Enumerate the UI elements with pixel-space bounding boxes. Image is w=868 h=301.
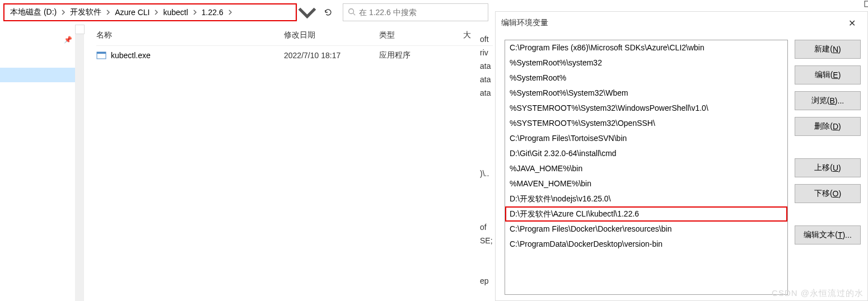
- watermark: CSDN @永恒流过的水: [772, 288, 864, 299]
- move-down-button[interactable]: 下移(O): [795, 184, 861, 203]
- col-header-type[interactable]: 类型: [379, 30, 463, 40]
- refresh-button[interactable]: [318, 3, 338, 21]
- col-header-date[interactable]: 修改日期: [284, 30, 379, 40]
- new-button[interactable]: 新建(N): [795, 40, 861, 59]
- delete-button[interactable]: 删除(D): [795, 117, 861, 136]
- chevron-right-icon[interactable]: [227, 10, 234, 15]
- env-var-list[interactable]: C:\Program Files (x86)\Microsoft SDKs\Az…: [505, 40, 788, 295]
- address-dropdown[interactable]: [297, 3, 317, 21]
- env-list-item[interactable]: C:\Program Files\TortoiseSVN\bin: [505, 131, 787, 146]
- env-list-item[interactable]: D:\Git\Git 2.32.0-64\install\cmd: [505, 146, 787, 161]
- exe-file-icon: [96, 50, 106, 60]
- col-header-name[interactable]: 名称: [96, 30, 284, 40]
- dialog-title: 编辑环境变量: [501, 18, 548, 28]
- dialog-title-bar[interactable]: 编辑环境变量 ✕: [496, 12, 867, 34]
- column-headers[interactable]: 名称 修改日期 类型 大: [96, 25, 493, 46]
- navigation-pane[interactable]: 📌: [0, 25, 84, 301]
- pin-icon: 📌: [64, 36, 72, 44]
- env-list-item[interactable]: C:\ProgramData\DockerDesktop\version-bin: [505, 237, 787, 252]
- edit-text-button[interactable]: 编辑文本(T)...: [795, 225, 861, 244]
- env-list-item[interactable]: C:\Program Files (x86)\Microsoft SDKs\Az…: [505, 40, 787, 55]
- edit-env-var-dialog: 编辑环境变量 ✕ C:\Program Files (x86)\Microsof…: [495, 11, 868, 301]
- breadcrumb-segment[interactable]: Azure CLI: [111, 6, 153, 19]
- edit-button[interactable]: 编辑(E): [795, 65, 861, 84]
- file-list-area: 名称 修改日期 类型 大 kubectl.exe 2022/7/10 18:17…: [84, 25, 493, 301]
- breadcrumb-segment[interactable]: 开发软件: [67, 5, 105, 20]
- move-up-button[interactable]: 上移(U): [795, 158, 861, 177]
- nav-scrollbar[interactable]: [75, 25, 83, 301]
- env-list-item[interactable]: %MAVEN_HOME%\bin: [505, 176, 787, 191]
- browse-button[interactable]: 浏览(B)...: [795, 91, 861, 110]
- file-name: kubectl.exe: [111, 51, 151, 60]
- file-date: 2022/7/10 18:17: [284, 51, 379, 60]
- search-box[interactable]: [343, 3, 488, 21]
- explorer-body: 📌 名称 修改日期 类型 大 kubectl.exe 2022/7/10 18:…: [0, 25, 493, 301]
- breadcrumb-segment[interactable]: 本地磁盘 (D:): [7, 5, 60, 20]
- env-list-item[interactable]: %JAVA_HOME%\bin: [505, 161, 787, 176]
- chevron-right-icon[interactable]: [153, 10, 160, 15]
- svg-point-0: [349, 8, 354, 13]
- env-list-item[interactable]: %SystemRoot%: [505, 70, 787, 86]
- background-text-fragment: oftrivataataata)\..ofSE;ep: [480, 32, 496, 288]
- env-list-item[interactable]: D:\开发软件\nodejs\v16.25.0\: [505, 191, 787, 206]
- breadcrumb-segment[interactable]: 1.22.6: [198, 6, 227, 19]
- search-input[interactable]: [359, 8, 488, 17]
- svg-rect-3: [97, 52, 106, 54]
- svg-rect-4: [865, 1, 868, 7]
- file-explorer: 本地磁盘 (D:)开发软件Azure CLIkubectl1.22.6 📌 名称…: [0, 0, 493, 301]
- file-row[interactable]: kubectl.exe 2022/7/10 18:17 应用程序: [96, 46, 493, 65]
- env-list-item[interactable]: D:\开发软件\Azure CLI\kubectl\1.22.6: [505, 206, 787, 222]
- env-list-item[interactable]: %SystemRoot%\System32\Wbem: [505, 86, 787, 101]
- chevron-right-icon[interactable]: [192, 10, 198, 15]
- selected-nav-item[interactable]: [0, 68, 76, 82]
- chevron-right-icon[interactable]: [105, 10, 111, 15]
- close-icon[interactable]: ✕: [842, 18, 862, 29]
- maximize-icon[interactable]: [864, 0, 868, 9]
- breadcrumb[interactable]: 本地磁盘 (D:)开发软件Azure CLIkubectl1.22.6: [3, 3, 297, 21]
- env-list-item[interactable]: C:\Program Files\Docker\Docker\resources…: [505, 222, 787, 237]
- env-list-item[interactable]: %SYSTEMROOT%\System32\OpenSSH\: [505, 116, 787, 131]
- env-list-item[interactable]: %SYSTEMROOT%\System32\WindowsPowerShell\…: [505, 101, 787, 116]
- breadcrumb-segment[interactable]: kubectl: [160, 6, 191, 19]
- chevron-right-icon[interactable]: [60, 10, 67, 15]
- svg-line-1: [353, 13, 356, 15]
- address-bar-area: 本地磁盘 (D:)开发软件Azure CLIkubectl1.22.6: [0, 0, 493, 25]
- file-type: 应用程序: [379, 50, 463, 60]
- search-icon: [348, 8, 356, 17]
- env-list-item[interactable]: %SystemRoot%\system32: [505, 55, 787, 70]
- dialog-buttons: 新建(N) 编辑(E) 浏览(B)... 删除(D) 上移(U) 下移(O) 编…: [795, 40, 861, 295]
